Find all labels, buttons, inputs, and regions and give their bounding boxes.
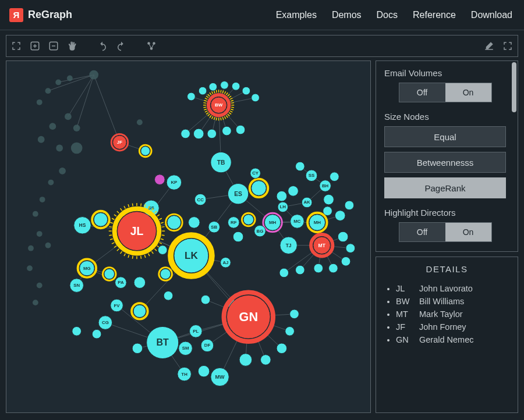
controls-scrollbar[interactable] [512, 62, 516, 250]
svg-text:MG: MG [83, 266, 91, 271]
svg-point-226 [167, 216, 181, 230]
details-item: GNGerald Nemec [396, 333, 509, 346]
redo-icon[interactable] [115, 40, 128, 52]
details-name: John Forney [419, 322, 466, 332]
nav-download[interactable]: Download [471, 10, 512, 20]
svg-point-4 [150, 47, 153, 50]
zoom-in-icon[interactable] [29, 40, 41, 52]
svg-line-179 [162, 235, 165, 236]
svg-point-275 [329, 264, 338, 273]
svg-text:SS: SS [309, 173, 314, 178]
zoom-out-icon[interactable] [47, 40, 60, 52]
layout-icon[interactable] [145, 40, 158, 52]
svg-point-231 [158, 245, 167, 255]
nav-examples[interactable]: Examples [276, 10, 317, 20]
svg-point-153 [242, 87, 250, 95]
svg-line-114 [221, 118, 221, 120]
svg-line-217 [162, 227, 165, 227]
details-name: Mark Taylor [419, 309, 463, 319]
size-nodes-label: Size Nodes [384, 112, 506, 122]
topbar: Я ReGraph Examples Demos Docs Reference … [0, 0, 524, 30]
svg-line-74 [68, 75, 94, 117]
svg-point-99 [28, 245, 34, 251]
svg-text:JL: JL [130, 225, 144, 237]
erase-icon[interactable] [483, 40, 495, 52]
svg-text:LK: LK [185, 250, 198, 261]
svg-point-321 [239, 354, 252, 366]
email-volumes-on[interactable]: On [445, 83, 491, 102]
svg-point-86 [37, 99, 43, 105]
svg-point-313 [132, 343, 143, 354]
svg-line-181 [160, 243, 162, 244]
nav-docs[interactable]: Docs [377, 10, 398, 20]
svg-text:TJ: TJ [286, 243, 292, 248]
svg-point-318 [198, 365, 210, 377]
details-name: John Lavorato [419, 284, 473, 293]
nav-demos[interactable]: Demos [332, 10, 362, 20]
svg-point-273 [346, 244, 355, 253]
svg-point-3 [153, 42, 155, 45]
size-pagerank-button[interactable]: PageRank [384, 177, 506, 198]
brand: Я ReGraph [9, 8, 72, 22]
svg-line-128 [205, 98, 207, 99]
svg-point-159 [236, 125, 245, 134]
details-item: JFJohn Forney [396, 321, 509, 333]
svg-line-124 [203, 107, 206, 108]
svg-text:MH: MH [269, 220, 277, 225]
svg-line-183 [155, 249, 157, 251]
svg-point-98 [37, 231, 43, 237]
svg-point-90 [49, 123, 56, 130]
svg-line-134 [216, 90, 217, 93]
svg-point-173 [252, 181, 267, 196]
svg-point-87 [89, 70, 98, 80]
svg-line-195 [112, 243, 114, 244]
size-betweenness-button[interactable]: Betweennesss [384, 152, 506, 173]
svg-point-156 [193, 129, 204, 139]
svg-line-111 [226, 115, 228, 118]
email-volumes-toggle: Off On [399, 83, 492, 102]
svg-line-142 [230, 98, 232, 99]
svg-line-117 [214, 117, 215, 120]
svg-point-101 [37, 283, 43, 289]
graph-canvas[interactable]: BWJFTBKPESCCSSJLHSLKMHRFSBBGMCLHAKSSCYBH… [6, 60, 371, 413]
highlight-on[interactable]: On [445, 223, 491, 241]
svg-line-199 [109, 227, 112, 227]
highlight-off[interactable]: Off [399, 223, 445, 241]
svg-line-193 [117, 249, 119, 251]
svg-text:SM: SM [182, 346, 189, 351]
svg-line-209 [141, 204, 141, 207]
svg-point-102 [33, 300, 38, 305]
size-equal-button[interactable]: Equal [384, 126, 506, 147]
undo-icon[interactable] [96, 40, 109, 52]
highlight-directors-toggle: Off On [399, 222, 492, 242]
svg-line-200 [110, 222, 113, 223]
fullscreen-icon[interactable] [501, 40, 514, 52]
svg-point-155 [181, 129, 190, 138]
svg-text:GN: GN [239, 309, 259, 324]
svg-point-259 [330, 172, 339, 181]
svg-text:TB: TB [217, 159, 225, 166]
svg-line-136 [221, 90, 221, 93]
svg-point-292 [160, 269, 171, 279]
svg-point-251 [288, 186, 299, 196]
nav-reference[interactable]: Reference [413, 10, 456, 20]
svg-text:LH: LH [280, 204, 286, 209]
svg-point-299 [164, 291, 173, 300]
svg-line-202 [114, 215, 116, 216]
email-volumes-off[interactable]: Off [399, 83, 445, 102]
svg-line-203 [117, 211, 119, 213]
svg-text:RF: RF [231, 220, 237, 225]
fit-to-view-icon[interactable] [10, 40, 23, 52]
svg-point-95 [48, 180, 54, 186]
svg-point-322 [260, 355, 271, 365]
svg-line-215 [160, 218, 162, 219]
details-item: JLJohn Lavorato [396, 282, 509, 295]
details-code: BW [396, 295, 419, 308]
svg-line-187 [141, 256, 141, 259]
svg-point-278 [279, 268, 289, 277]
svg-point-152 [232, 82, 240, 90]
svg-line-73 [77, 75, 94, 128]
svg-point-276 [314, 264, 323, 273]
pan-icon[interactable] [66, 40, 79, 52]
main-nav: Examples Demos Docs Reference Download [276, 10, 512, 20]
